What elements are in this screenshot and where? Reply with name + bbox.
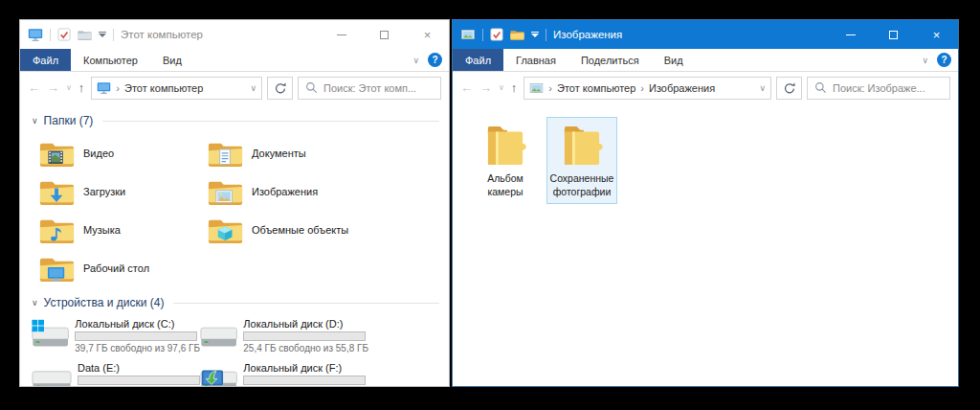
breadcrumb-separator: ›: [116, 82, 120, 94]
folder-tile-documents[interactable]: Документы: [208, 134, 376, 172]
window-this-pc: Этот компьютер × Файл Компьютер Вид ∨ ? …: [19, 19, 450, 387]
folder-tile-video[interactable]: Видео: [39, 134, 208, 172]
quick-access-toolbar: [28, 27, 114, 42]
folder-icon: [554, 121, 610, 171]
expand-ribbon-icon[interactable]: ∨: [922, 56, 928, 65]
caption-buttons: ×: [320, 20, 449, 49]
minimize-button[interactable]: [320, 20, 363, 49]
refresh-button[interactable]: [267, 77, 293, 100]
video-folder-icon: [39, 139, 75, 169]
file-list-area: Альбом камеры Сохраненные фотографии: [453, 103, 958, 386]
up-icon[interactable]: ↑: [78, 80, 85, 95]
group-divider: [173, 303, 439, 304]
close-button[interactable]: ×: [406, 20, 449, 49]
breadcrumb-this-pc[interactable]: Этот компьютер: [557, 82, 635, 94]
tab-home[interactable]: Главная: [503, 49, 568, 71]
titlebar[interactable]: Этот компьютер ×: [20, 20, 449, 49]
breadcrumb-separator: ›: [548, 82, 552, 94]
documents-folder-icon: [208, 139, 243, 169]
forward-icon[interactable]: →: [47, 80, 59, 95]
up-icon[interactable]: ↑: [511, 80, 518, 95]
recent-locations-icon[interactable]: ∨: [66, 83, 72, 92]
tab-view[interactable]: Вид: [150, 49, 194, 71]
drive-tile-c[interactable]: Локальный диск (C:) 39,7 ГБ свободно из …: [32, 316, 200, 360]
drive-usage-bar: [75, 331, 197, 341]
maximize-button[interactable]: [363, 20, 406, 49]
group-header-drives[interactable]: ∨ Устройства и диски (4): [32, 296, 439, 309]
address-bar: ← → ∨ ↑ › Этот компьютер › Изображения ∨…: [453, 72, 958, 103]
tab-file[interactable]: Файл: [453, 49, 503, 71]
search-input[interactable]: Поиск: Изображе...: [807, 77, 950, 100]
drive-tile-d[interactable]: Локальный диск (D:) 25,4 ГБ свободно из …: [200, 316, 368, 360]
help-icon[interactable]: ?: [428, 53, 442, 67]
minimize-button[interactable]: [829, 20, 872, 49]
back-icon[interactable]: ←: [460, 80, 473, 95]
folder-tile-music[interactable]: Музыка: [39, 211, 208, 249]
expand-ribbon-icon[interactable]: ∨: [412, 56, 419, 65]
customize-qat-icon[interactable]: [99, 32, 106, 38]
maximize-button[interactable]: [872, 20, 915, 49]
group-divider: [102, 121, 439, 122]
back-icon[interactable]: ←: [28, 80, 40, 95]
recent-locations-icon[interactable]: ∨: [499, 83, 504, 92]
properties-check-icon[interactable]: [490, 28, 503, 41]
collapse-group-icon[interactable]: ∨: [32, 116, 38, 125]
customize-qat-icon[interactable]: [531, 32, 539, 38]
search-placeholder: Поиск: Изображе...: [833, 82, 925, 94]
window-title: Этот компьютер: [121, 29, 203, 40]
close-button[interactable]: ×: [915, 20, 958, 49]
address-box[interactable]: › Этот компьютер › Изображения ∨: [523, 77, 771, 100]
drive-tile-f[interactable]: Локальный диск (F:) 3,50 ГБ свободно из …: [200, 360, 368, 386]
window-title: Изображения: [553, 29, 622, 40]
address-box[interactable]: › Этот компьютер ∨: [91, 77, 262, 100]
address-dropdown-icon[interactable]: ∨: [759, 83, 766, 93]
window-pictures: Изображения × Файл Главная Поделиться Ви…: [452, 19, 959, 387]
caption-buttons: ×: [829, 20, 958, 49]
search-icon: [305, 81, 318, 94]
desktop-folder-icon: [39, 254, 75, 284]
music-folder-icon: [39, 216, 75, 245]
refresh-button[interactable]: [776, 77, 802, 100]
new-folder-icon[interactable]: [510, 29, 524, 41]
ribbon-tabs: Файл Компьютер Вид ∨ ?: [20, 49, 449, 72]
breadcrumb-pictures[interactable]: Изображения: [649, 82, 715, 94]
drive-icon: [32, 362, 72, 386]
folder-tile-3d-objects[interactable]: Объемные объекты: [208, 211, 376, 249]
group-label: Устройства и диски (4): [44, 296, 165, 309]
titlebar[interactable]: Изображения ×: [453, 20, 958, 49]
pictures-icon: [529, 81, 544, 95]
folder-tile-downloads[interactable]: Загрузки: [39, 172, 208, 211]
separator: [482, 29, 483, 41]
separator: [546, 29, 546, 41]
address-dropdown-icon[interactable]: ∨: [250, 83, 256, 93]
collapse-group-icon[interactable]: ∨: [32, 298, 38, 308]
forward-icon[interactable]: →: [479, 80, 492, 95]
group-label: Папки (7): [44, 114, 94, 127]
folder-tile-saved-pictures[interactable]: Сохраненные фотографии: [546, 117, 617, 204]
help-icon[interactable]: ?: [937, 53, 951, 67]
drive-usage-bar: [243, 331, 366, 341]
separator: [50, 29, 51, 41]
drives-grid: Локальный диск (C:) 39,7 ГБ свободно из …: [32, 316, 439, 386]
address-bar: ← → ∨ ↑ › Этот компьютер ∨ Поиск: Этот к…: [20, 72, 449, 103]
folders-row: Альбом камеры Сохраненные фотографии: [464, 111, 948, 204]
breadcrumb-this-pc[interactable]: Этот компьютер: [124, 82, 203, 94]
folder-tile-pictures[interactable]: Изображения: [208, 172, 376, 211]
pictures-icon: [460, 28, 476, 41]
refresh-icon: [783, 81, 796, 95]
tab-file[interactable]: Файл: [20, 49, 71, 71]
folder-tile-desktop[interactable]: Рабочий стол: [39, 249, 208, 287]
tab-share[interactable]: Поделиться: [568, 49, 652, 71]
group-header-folders[interactable]: ∨ Папки (7): [32, 114, 439, 127]
search-input[interactable]: Поиск: Этот комп...: [298, 77, 441, 100]
this-pc-icon: [97, 80, 111, 95]
new-folder-icon[interactable]: [78, 29, 92, 41]
properties-check-icon[interactable]: [57, 28, 71, 41]
tab-view[interactable]: Вид: [652, 49, 696, 71]
search-icon: [814, 81, 827, 94]
tab-computer[interactable]: Компьютер: [71, 49, 150, 71]
folder-tile-camera-roll[interactable]: Альбом камеры: [470, 117, 541, 204]
drive-tile-e[interactable]: Data (E:) 59,5 ГБ свободно из 192 ГБ: [32, 360, 200, 386]
drive-usage-bar: [243, 376, 366, 385]
pictures-folder-icon: [208, 177, 243, 207]
